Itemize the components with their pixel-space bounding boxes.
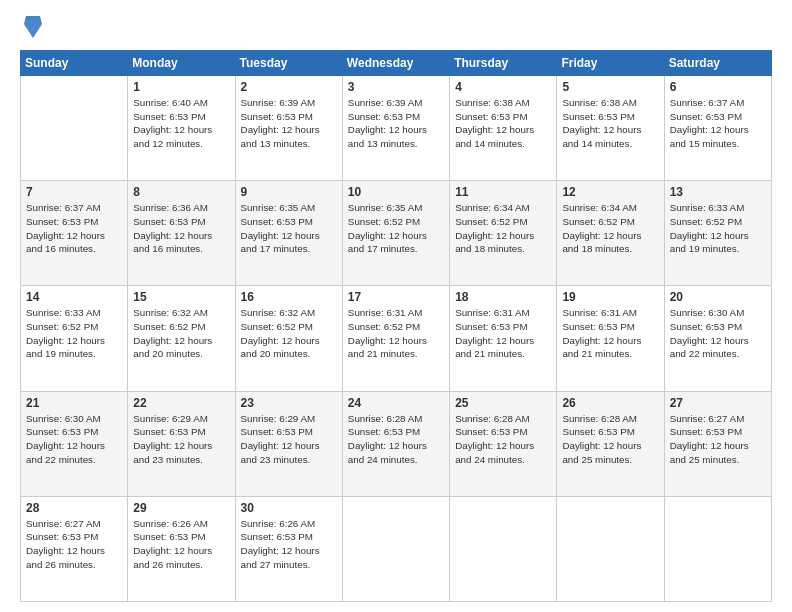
calendar-cell: 19Sunrise: 6:31 AMSunset: 6:53 PMDayligh… [557,286,664,391]
day-info: Sunrise: 6:37 AMSunset: 6:53 PMDaylight:… [670,96,766,151]
calendar-cell: 9Sunrise: 6:35 AMSunset: 6:53 PMDaylight… [235,181,342,286]
day-number: 19 [562,290,658,304]
calendar-cell: 20Sunrise: 6:30 AMSunset: 6:53 PMDayligh… [664,286,771,391]
calendar-cell: 25Sunrise: 6:28 AMSunset: 6:53 PMDayligh… [450,391,557,496]
calendar-cell: 11Sunrise: 6:34 AMSunset: 6:52 PMDayligh… [450,181,557,286]
day-number: 29 [133,501,229,515]
day-info: Sunrise: 6:37 AMSunset: 6:53 PMDaylight:… [26,201,122,256]
day-info: Sunrise: 6:27 AMSunset: 6:53 PMDaylight:… [670,412,766,467]
calendar-col-header: Saturday [664,51,771,76]
day-info: Sunrise: 6:39 AMSunset: 6:53 PMDaylight:… [241,96,337,151]
calendar-cell [664,496,771,601]
day-info: Sunrise: 6:29 AMSunset: 6:53 PMDaylight:… [241,412,337,467]
day-info: Sunrise: 6:38 AMSunset: 6:53 PMDaylight:… [455,96,551,151]
calendar-cell: 14Sunrise: 6:33 AMSunset: 6:52 PMDayligh… [21,286,128,391]
calendar-cell: 12Sunrise: 6:34 AMSunset: 6:52 PMDayligh… [557,181,664,286]
calendar-week-row: 21Sunrise: 6:30 AMSunset: 6:53 PMDayligh… [21,391,772,496]
day-info: Sunrise: 6:29 AMSunset: 6:53 PMDaylight:… [133,412,229,467]
day-info: Sunrise: 6:28 AMSunset: 6:53 PMDaylight:… [348,412,444,467]
day-number: 25 [455,396,551,410]
calendar-header-row: SundayMondayTuesdayWednesdayThursdayFrid… [21,51,772,76]
calendar-cell [450,496,557,601]
calendar-cell: 15Sunrise: 6:32 AMSunset: 6:52 PMDayligh… [128,286,235,391]
day-info: Sunrise: 6:33 AMSunset: 6:52 PMDaylight:… [26,306,122,361]
svg-marker-1 [25,20,41,36]
calendar-week-row: 7Sunrise: 6:37 AMSunset: 6:53 PMDaylight… [21,181,772,286]
calendar-cell: 10Sunrise: 6:35 AMSunset: 6:52 PMDayligh… [342,181,449,286]
day-number: 1 [133,80,229,94]
day-number: 23 [241,396,337,410]
day-number: 15 [133,290,229,304]
day-info: Sunrise: 6:40 AMSunset: 6:53 PMDaylight:… [133,96,229,151]
calendar-cell: 18Sunrise: 6:31 AMSunset: 6:53 PMDayligh… [450,286,557,391]
day-number: 6 [670,80,766,94]
day-number: 28 [26,501,122,515]
day-info: Sunrise: 6:36 AMSunset: 6:53 PMDaylight:… [133,201,229,256]
calendar-cell: 23Sunrise: 6:29 AMSunset: 6:53 PMDayligh… [235,391,342,496]
day-info: Sunrise: 6:31 AMSunset: 6:53 PMDaylight:… [562,306,658,361]
calendar-col-header: Thursday [450,51,557,76]
day-number: 12 [562,185,658,199]
day-number: 3 [348,80,444,94]
calendar-cell: 4Sunrise: 6:38 AMSunset: 6:53 PMDaylight… [450,76,557,181]
calendar-week-row: 1Sunrise: 6:40 AMSunset: 6:53 PMDaylight… [21,76,772,181]
calendar-cell: 29Sunrise: 6:26 AMSunset: 6:53 PMDayligh… [128,496,235,601]
day-number: 2 [241,80,337,94]
day-info: Sunrise: 6:28 AMSunset: 6:53 PMDaylight:… [455,412,551,467]
day-info: Sunrise: 6:26 AMSunset: 6:53 PMDaylight:… [241,517,337,572]
calendar-cell: 26Sunrise: 6:28 AMSunset: 6:53 PMDayligh… [557,391,664,496]
logo [20,18,44,40]
calendar-cell: 8Sunrise: 6:36 AMSunset: 6:53 PMDaylight… [128,181,235,286]
calendar-cell: 22Sunrise: 6:29 AMSunset: 6:53 PMDayligh… [128,391,235,496]
day-info: Sunrise: 6:35 AMSunset: 6:53 PMDaylight:… [241,201,337,256]
calendar-cell [342,496,449,601]
calendar-cell [557,496,664,601]
day-number: 5 [562,80,658,94]
calendar-cell: 30Sunrise: 6:26 AMSunset: 6:53 PMDayligh… [235,496,342,601]
calendar-cell: 17Sunrise: 6:31 AMSunset: 6:52 PMDayligh… [342,286,449,391]
day-number: 4 [455,80,551,94]
calendar-col-header: Friday [557,51,664,76]
day-number: 22 [133,396,229,410]
calendar-col-header: Tuesday [235,51,342,76]
day-info: Sunrise: 6:31 AMSunset: 6:53 PMDaylight:… [455,306,551,361]
day-info: Sunrise: 6:34 AMSunset: 6:52 PMDaylight:… [562,201,658,256]
day-info: Sunrise: 6:31 AMSunset: 6:52 PMDaylight:… [348,306,444,361]
day-info: Sunrise: 6:39 AMSunset: 6:53 PMDaylight:… [348,96,444,151]
day-info: Sunrise: 6:27 AMSunset: 6:53 PMDaylight:… [26,517,122,572]
day-number: 24 [348,396,444,410]
day-number: 26 [562,396,658,410]
day-info: Sunrise: 6:38 AMSunset: 6:53 PMDaylight:… [562,96,658,151]
calendar-col-header: Monday [128,51,235,76]
day-info: Sunrise: 6:28 AMSunset: 6:53 PMDaylight:… [562,412,658,467]
day-number: 14 [26,290,122,304]
day-number: 7 [26,185,122,199]
calendar-cell: 13Sunrise: 6:33 AMSunset: 6:52 PMDayligh… [664,181,771,286]
day-info: Sunrise: 6:30 AMSunset: 6:53 PMDaylight:… [670,306,766,361]
day-info: Sunrise: 6:32 AMSunset: 6:52 PMDaylight:… [133,306,229,361]
calendar-cell: 16Sunrise: 6:32 AMSunset: 6:52 PMDayligh… [235,286,342,391]
page: SundayMondayTuesdayWednesdayThursdayFrid… [0,0,792,612]
day-info: Sunrise: 6:30 AMSunset: 6:53 PMDaylight:… [26,412,122,467]
calendar-cell: 1Sunrise: 6:40 AMSunset: 6:53 PMDaylight… [128,76,235,181]
calendar-cell: 27Sunrise: 6:27 AMSunset: 6:53 PMDayligh… [664,391,771,496]
day-number: 16 [241,290,337,304]
calendar-col-header: Sunday [21,51,128,76]
calendar-cell: 2Sunrise: 6:39 AMSunset: 6:53 PMDaylight… [235,76,342,181]
day-info: Sunrise: 6:26 AMSunset: 6:53 PMDaylight:… [133,517,229,572]
day-info: Sunrise: 6:34 AMSunset: 6:52 PMDaylight:… [455,201,551,256]
day-number: 20 [670,290,766,304]
day-info: Sunrise: 6:32 AMSunset: 6:52 PMDaylight:… [241,306,337,361]
calendar-week-row: 28Sunrise: 6:27 AMSunset: 6:53 PMDayligh… [21,496,772,601]
header [20,18,772,40]
calendar-cell: 3Sunrise: 6:39 AMSunset: 6:53 PMDaylight… [342,76,449,181]
day-number: 30 [241,501,337,515]
day-number: 13 [670,185,766,199]
day-number: 21 [26,396,122,410]
day-info: Sunrise: 6:35 AMSunset: 6:52 PMDaylight:… [348,201,444,256]
day-number: 9 [241,185,337,199]
calendar-cell: 24Sunrise: 6:28 AMSunset: 6:53 PMDayligh… [342,391,449,496]
calendar-cell: 5Sunrise: 6:38 AMSunset: 6:53 PMDaylight… [557,76,664,181]
calendar-cell: 6Sunrise: 6:37 AMSunset: 6:53 PMDaylight… [664,76,771,181]
calendar-cell: 7Sunrise: 6:37 AMSunset: 6:53 PMDaylight… [21,181,128,286]
